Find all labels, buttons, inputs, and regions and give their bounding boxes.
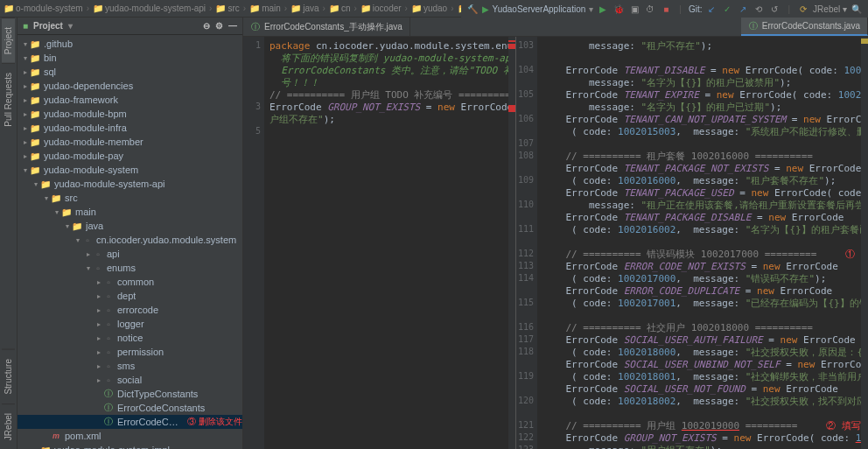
- tree-node[interactable]: ▸sql: [18, 65, 242, 79]
- hammer-icon[interactable]: 🔨: [466, 3, 479, 15]
- chevron-right-icon[interactable]: ▸: [94, 291, 103, 300]
- tab-right-file[interactable]: ErrorCodeConstants.java: [741, 18, 868, 36]
- tree-node[interactable]: ▾yudao-module-system: [18, 163, 242, 177]
- code-area[interactable]: package cn.iocoder.yudao.module.system.e…: [264, 37, 508, 449]
- tree-node[interactable]: ▸yudao-module-bpm: [18, 107, 242, 121]
- tree-node[interactable]: ▸permission: [18, 345, 242, 359]
- tree-node[interactable]: ▸common: [18, 275, 242, 289]
- breadcrumb-crumb[interactable]: 📁 main: [249, 4, 281, 13]
- tree-node[interactable]: DictTypeConstants: [18, 387, 242, 401]
- chevron-right-icon[interactable]: [94, 417, 103, 426]
- chevron-right-icon[interactable]: ▸: [21, 137, 30, 146]
- breadcrumb-crumb[interactable]: 📁 java: [290, 4, 318, 13]
- debug-icon[interactable]: 🐞: [612, 3, 625, 15]
- rail-jrebel[interactable]: JRebel: [2, 403, 15, 449]
- chevron-right-icon[interactable]: ▸: [21, 109, 30, 118]
- error-stripe[interactable]: [861, 37, 868, 449]
- collapse-icon[interactable]: ⊖: [203, 21, 210, 31]
- gear-icon[interactable]: ⚙: [215, 21, 223, 31]
- chevron-down-icon[interactable]: ▾: [63, 221, 72, 230]
- chevron-down-icon[interactable]: ▾: [74, 235, 82, 244]
- run-config-selector[interactable]: YudaoServerApplication: [493, 4, 586, 14]
- chevron-right-icon[interactable]: ▸: [94, 333, 103, 342]
- chevron-down-icon[interactable]: ▾: [52, 207, 61, 216]
- jrebel-icon[interactable]: ⟳: [797, 3, 809, 15]
- search-icon[interactable]: 🔍: [850, 3, 863, 15]
- tree-node[interactable]: ▸notice: [18, 331, 242, 345]
- tree-node[interactable]: ErrorCodeConstants: [18, 401, 242, 415]
- chevron-right-icon[interactable]: [94, 403, 103, 412]
- project-tool-window[interactable]: ■ Project ▾ ⊖ ⚙ — ▾.github▾bin▸sql▸yudao…: [18, 18, 243, 449]
- rail-project[interactable]: Project: [2, 18, 15, 63]
- chevron-down-icon[interactable]: ▾: [21, 39, 30, 48]
- tree-node[interactable]: ▸dept: [18, 289, 242, 303]
- breadcrumb-crumb[interactable]: 📁 cn: [329, 4, 351, 13]
- breadcrumb-crumb[interactable]: 📁 src: [215, 4, 239, 13]
- chevron-down-icon[interactable]: ▾: [21, 53, 30, 62]
- tree-node[interactable]: ▸yudao-framework: [18, 93, 242, 107]
- run-icon[interactable]: ▶: [597, 3, 609, 15]
- profile-icon[interactable]: ⏱: [644, 3, 656, 15]
- git-history-icon[interactable]: ⟲: [752, 3, 765, 15]
- tree-node[interactable]: ▾src: [18, 191, 242, 205]
- breadcrumb-crumb[interactable]: 📁 yudao: [411, 4, 447, 13]
- chevron-right-icon[interactable]: ▸: [94, 319, 103, 328]
- tree-node[interactable]: ▾java: [18, 219, 242, 233]
- tree-node[interactable]: ▸yudao-dependencies: [18, 79, 242, 93]
- left-editor[interactable]: 135 package cn.iocoder.yudao.module.syst…: [243, 37, 516, 449]
- tree-node[interactable]: pom.xml: [18, 429, 242, 443]
- tree-node[interactable]: ▸yudao-module-system-impl: [18, 443, 242, 449]
- breadcrumb-crumb[interactable]: 📁 o-module-system: [4, 4, 83, 13]
- chevron-right-icon[interactable]: ▸: [21, 123, 30, 132]
- chevron-down-icon[interactable]: ▾: [21, 165, 30, 174]
- chevron-right-icon[interactable]: ▸: [84, 249, 93, 258]
- tree-node[interactable]: ▾main: [18, 205, 242, 219]
- tree-node[interactable]: ▾cn.iocoder.yudao.module.system: [18, 233, 242, 247]
- rail-structure[interactable]: Structure: [2, 349, 15, 403]
- chevron-down-icon[interactable]: ▾: [84, 263, 93, 272]
- chevron-right-icon[interactable]: ▸: [21, 95, 30, 104]
- tree-node[interactable]: ▸api: [18, 247, 242, 261]
- git-push-icon[interactable]: ↗: [737, 3, 749, 15]
- chevron-right-icon[interactable]: ▸: [94, 347, 103, 356]
- chevron-right-icon[interactable]: [94, 389, 103, 398]
- run-config-icon[interactable]: ▶: [482, 4, 489, 14]
- tree-node[interactable]: ▾bin: [18, 51, 242, 65]
- chevron-right-icon[interactable]: ▸: [94, 375, 103, 384]
- chevron-right-icon[interactable]: ▸: [94, 305, 103, 314]
- hide-icon[interactable]: —: [228, 21, 237, 31]
- chevron-right-icon[interactable]: ▸: [21, 67, 30, 76]
- tree-node[interactable]: ErrorCodeConstants_手动操作.java③ 删除该文件: [18, 415, 242, 429]
- tree-node[interactable]: ▸logger: [18, 317, 242, 331]
- tree-node[interactable]: ▸yudao-module-member: [18, 135, 242, 149]
- git-rollback-icon[interactable]: ↺: [768, 3, 780, 15]
- chevron-right-icon[interactable]: ▸: [94, 277, 103, 286]
- coverage-icon[interactable]: ▣: [628, 3, 640, 15]
- chevron-right-icon[interactable]: [42, 431, 51, 440]
- rail-pull-requests[interactable]: Pull Requests: [2, 63, 15, 136]
- stop-icon[interactable]: ■: [660, 3, 672, 15]
- tab-left-file[interactable]: ErrorCodeConstants_手动操作.java: [243, 18, 410, 36]
- tree-node[interactable]: ▸social: [18, 373, 242, 387]
- git-commit-icon[interactable]: ✓: [721, 3, 733, 15]
- tree-node[interactable]: ▸yudao-module-infra: [18, 121, 242, 135]
- tree-node[interactable]: ▸sms: [18, 359, 242, 373]
- tree-node[interactable]: ▾yudao-module-system-api: [18, 177, 242, 191]
- tree-node[interactable]: ▸errorcode: [18, 303, 242, 317]
- code-area[interactable]: message: "租户不存在"); ErrorCode TENANT_DISA…: [537, 37, 861, 449]
- project-tree[interactable]: ▾.github▾bin▸sql▸yudao-dependencies▸yuda…: [18, 35, 242, 449]
- chevron-right-icon[interactable]: ▸: [32, 445, 40, 449]
- git-update-icon[interactable]: ↙: [705, 3, 718, 15]
- tree-node[interactable]: ▾.github: [18, 37, 242, 51]
- error-stripe[interactable]: [508, 37, 515, 449]
- chevron-right-icon[interactable]: ▸: [94, 361, 103, 370]
- tree-node[interactable]: ▸yudao-module-pay: [18, 149, 242, 163]
- breadcrumb-crumb[interactable]: 📁 yudao-module-system-api: [93, 4, 206, 13]
- chevron-right-icon[interactable]: ▸: [21, 81, 30, 90]
- breadcrumb-crumb[interactable]: 📁 iocoder: [360, 4, 402, 13]
- tree-node[interactable]: ▾enums: [18, 261, 242, 275]
- chevron-down-icon[interactable]: ▾: [42, 193, 51, 202]
- right-editor[interactable]: 1031041051061071081091101111121131141151…: [516, 37, 868, 449]
- chevron-right-icon[interactable]: ▸: [21, 151, 30, 160]
- chevron-down-icon[interactable]: ▾: [32, 179, 40, 188]
